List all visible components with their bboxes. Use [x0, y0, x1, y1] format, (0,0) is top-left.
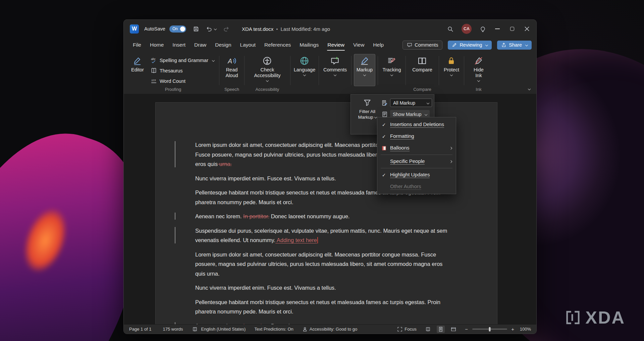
lightbulb-icon[interactable]	[480, 26, 486, 32]
xda-logo-icon	[565, 310, 581, 325]
tab-mailings[interactable]: Mailings	[295, 38, 323, 52]
tab-draw[interactable]: Draw	[190, 38, 211, 52]
account-avatar[interactable]: CA	[462, 24, 472, 34]
paragraph-with-tracked-changes[interactable]: Suspendisse dui purus, scelerisque at, v…	[195, 226, 451, 245]
comments-pill-button[interactable]: Comments	[402, 41, 442, 50]
menu-item-insertions-and-deletions[interactable]: ✓Insertions and Deletions	[377, 119, 456, 130]
undo-button[interactable]	[206, 26, 216, 32]
new-comment-button[interactable]: Comments	[321, 54, 350, 86]
web-layout-button[interactable]	[449, 326, 458, 333]
text-predictions-indicator[interactable]: Text Predictions: On	[254, 327, 293, 332]
language-button[interactable]: Language	[291, 54, 318, 86]
word-window: W AutoSave On XDA test.docx • Last Modif…	[123, 19, 537, 334]
redo-icon	[223, 26, 229, 32]
proofing-status-icon[interactable]	[192, 327, 198, 332]
reviewing-label: Reviewing	[460, 42, 482, 48]
spelling-grammar-button[interactable]: abc Spelling and Grammar	[147, 55, 218, 65]
show-markup-menu: ✓Insertions and Deletions✓FormattingBall…	[377, 117, 456, 194]
markup-button[interactable]: Markup	[354, 54, 375, 86]
read-mode-button[interactable]	[424, 326, 432, 333]
ribbon: Editor abc Spelling and Grammar Thesauru…	[124, 52, 536, 94]
document-title: XDA test.docx	[242, 26, 273, 32]
page-indicator[interactable]: Page 1 of 1	[129, 327, 152, 332]
tab-file[interactable]: File	[128, 38, 146, 52]
tab-help[interactable]: Help	[369, 38, 388, 52]
zoom-in-button[interactable]: +	[511, 326, 515, 332]
zoom-out-button[interactable]: −	[464, 326, 469, 332]
markup-icon	[360, 56, 369, 65]
menu-item-specific-people[interactable]: Specific People	[377, 156, 456, 167]
paragraph[interactable]: Pellentesque habitant morbi tristique se…	[195, 297, 451, 317]
chevron-down-icon	[363, 73, 366, 76]
word-count-indicator[interactable]: 175 words	[163, 327, 183, 332]
zoom-slider-thumb[interactable]	[489, 327, 490, 331]
chevron-down-icon	[374, 116, 377, 118]
group-separator	[351, 56, 352, 85]
read-aloud-label: Read Aloud	[224, 67, 240, 78]
word-count-label: 175 words	[163, 327, 183, 332]
hide-ink-button[interactable]: Hide Ink	[469, 54, 488, 86]
chevron-down-icon	[477, 79, 480, 82]
markup-view-select[interactable]: All Markup	[390, 99, 432, 107]
zoom-slider[interactable]	[472, 329, 507, 330]
menu-item-label: Formatting	[390, 133, 414, 139]
ribbon-group-compare: Compare Compare	[407, 53, 437, 94]
ribbon-group-tracking: Tracking	[379, 53, 404, 94]
close-button[interactable]	[524, 25, 530, 32]
save-icon[interactable]	[193, 26, 199, 32]
focus-icon	[397, 327, 402, 332]
tab-insert[interactable]: Insert	[168, 38, 190, 52]
show-markup-label: Show Markup	[393, 112, 422, 117]
group-separator	[464, 56, 464, 85]
compare-button[interactable]: Compare	[410, 54, 435, 86]
paragraph-with-tracked-changes[interactable]: Aenean nec lorem. In porttitor. Donec la…	[195, 321, 451, 325]
thesaurus-button[interactable]: Thesaurus	[147, 65, 218, 76]
menu-item-formatting[interactable]: ✓Formatting	[377, 130, 456, 142]
deleted-text: urna.	[218, 161, 232, 167]
balloons-icon	[381, 146, 387, 151]
redo-button[interactable]	[223, 26, 229, 32]
group-separator	[219, 56, 219, 85]
tab-references[interactable]: References	[260, 38, 295, 52]
title-bar: W AutoSave On XDA test.docx • Last Modif…	[124, 20, 536, 38]
print-layout-button[interactable]	[437, 326, 445, 333]
editor-button[interactable]: Editor	[128, 54, 147, 86]
minimize-button[interactable]	[494, 25, 501, 32]
check-accessibility-button[interactable]: Check Accessibility	[249, 54, 285, 86]
share-button[interactable]: Share	[497, 41, 532, 50]
reviewing-button[interactable]: Reviewing	[448, 41, 492, 50]
word-app-icon[interactable]: W	[130, 24, 139, 34]
check-accessibility-icon	[263, 56, 272, 65]
menu-item-label: Highlight Updates	[390, 172, 430, 178]
menu-item-balloons[interactable]: Balloons	[377, 142, 456, 154]
editor-label: Editor	[131, 67, 144, 73]
search-icon[interactable]	[447, 26, 453, 32]
word-count-button[interactable]: 123 Word Count	[147, 76, 218, 86]
tab-layout[interactable]: Layout	[236, 38, 260, 52]
protect-button[interactable]: Protect	[441, 54, 462, 86]
paragraph[interactable]: Lorem ipsum dolor sit amet, consectetuer…	[195, 250, 451, 279]
hide-ink-icon	[474, 56, 483, 65]
web-layout-icon	[451, 327, 456, 332]
tab-home[interactable]: Home	[146, 38, 168, 52]
tab-view[interactable]: View	[349, 38, 369, 52]
tab-review[interactable]: Review	[323, 38, 349, 52]
focus-button[interactable]: Focus	[397, 327, 416, 332]
ribbon-collapse-icon[interactable]	[528, 88, 531, 90]
protect-label: Protect	[444, 67, 459, 73]
document-area: Lorem ipsum dolor sit amet, consectetuer…	[124, 94, 536, 324]
window-title: XDA test.docx • Last Modified: 4m ago	[242, 20, 330, 38]
paragraph-with-tracked-changes[interactable]: Aenean nec lorem. In porttitor. Donec la…	[195, 212, 451, 221]
maximize-button[interactable]	[509, 25, 516, 32]
language-indicator[interactable]: English (United States)	[201, 327, 246, 332]
tracking-button[interactable]: Tracking	[380, 54, 404, 86]
accessibility-indicator[interactable]: Accessibility: Good to go	[302, 327, 357, 332]
menu-item-highlight-updates[interactable]: ✓Highlight Updates	[377, 169, 456, 181]
tab-design[interactable]: Design	[211, 38, 235, 52]
read-aloud-button[interactable]: A Read Aloud	[221, 54, 243, 86]
group-separator	[439, 56, 439, 85]
maximize-icon	[510, 27, 514, 31]
paragraph[interactable]: Nunc viverra imperdiet enim. Fusce est. …	[195, 283, 451, 293]
autosave-toggle[interactable]: On	[169, 25, 186, 33]
zoom-level[interactable]: 100%	[520, 327, 531, 332]
